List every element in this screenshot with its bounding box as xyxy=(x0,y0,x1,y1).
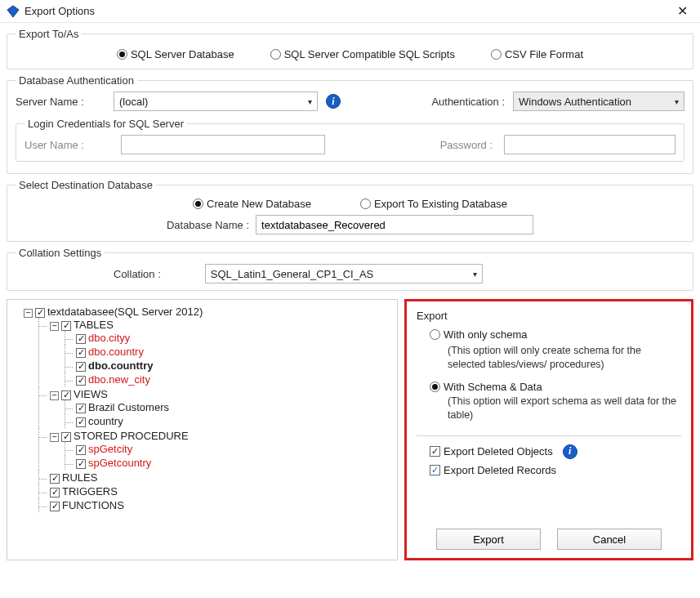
checkbox-export-deleted-records[interactable]: Export Deleted Records xyxy=(430,464,556,476)
radio-dot-icon xyxy=(430,329,440,340)
tree-node-tables[interactable]: −TABLES dbo.cityy dbo.country dbo.countt… xyxy=(38,318,392,387)
tree-checkbox[interactable] xyxy=(61,321,71,331)
tree-checkbox[interactable] xyxy=(50,488,60,498)
tree-label: Brazil Customers xyxy=(88,401,169,413)
tree-label: TABLES xyxy=(74,319,114,331)
tree-node-views[interactable]: −VIEWS Brazil Customers country xyxy=(38,387,392,429)
login-legend: Login Credentials for SQL Server xyxy=(25,118,187,130)
db-name-input[interactable] xyxy=(256,215,533,234)
info-icon[interactable]: i xyxy=(326,94,341,109)
hint-schema-only: (This option will only create schema for… xyxy=(448,344,681,372)
cancel-button[interactable]: Cancel xyxy=(557,529,662,550)
tree-label: FUNCTIONS xyxy=(62,499,124,511)
export-button[interactable]: Export xyxy=(436,529,541,550)
radio-dot-icon xyxy=(491,49,502,60)
tree-root[interactable]: −textdatabasee(SQL Server 2012) −TABLES … xyxy=(12,305,392,513)
radio-label: Export To Existing Database xyxy=(374,198,507,210)
chevron-down-icon: ▾ xyxy=(473,270,477,279)
tree-node-rules[interactable]: RULES xyxy=(38,471,392,484)
radio-export-existing-db[interactable]: Export To Existing Database xyxy=(360,198,507,210)
destination-db-group: Select Destination Database Create New D… xyxy=(7,179,693,242)
login-credentials-group: Login Credentials for SQL Server User Na… xyxy=(16,118,684,162)
export-to-legend: Export To/As xyxy=(16,28,82,40)
server-name-select[interactable]: (local) ▾ xyxy=(114,91,318,111)
checkbox-box-icon xyxy=(430,446,440,457)
tree-item[interactable]: spGetcity xyxy=(65,442,392,456)
tree-item[interactable]: spGetcountry xyxy=(65,456,392,470)
radio-label: CSV File Format xyxy=(505,48,583,60)
radio-dot-icon xyxy=(360,199,371,209)
tree-label: STORED PROCEDURE xyxy=(74,430,189,442)
password-input[interactable] xyxy=(504,135,675,154)
collapse-icon[interactable]: − xyxy=(50,433,59,442)
close-button[interactable]: ✕ xyxy=(671,3,693,19)
radio-dot-icon xyxy=(117,49,127,60)
checkbox-label: Export Deleted Objects xyxy=(444,445,553,457)
radio-dot-icon xyxy=(430,382,440,392)
tree-checkbox[interactable] xyxy=(50,474,60,484)
collapse-icon[interactable]: − xyxy=(50,391,59,400)
export-options-panel: Export With only schema (This option wil… xyxy=(404,299,693,560)
titlebar: Export Options ✕ xyxy=(0,0,700,23)
tree-label: country xyxy=(88,415,123,427)
db-auth-legend: Database Authentication xyxy=(16,74,137,87)
collation-select[interactable]: SQL_Latin1_General_CP1_CI_AS ▾ xyxy=(205,264,483,283)
collation-legend: Collation Settings xyxy=(16,247,105,259)
radio-label: With Schema & Data xyxy=(444,381,542,393)
tree-item[interactable]: dbo.cityy xyxy=(65,331,392,345)
collapse-icon[interactable]: − xyxy=(50,322,59,331)
tree-checkbox[interactable] xyxy=(76,376,86,386)
tree-item[interactable]: country xyxy=(65,414,392,428)
auth-mode-select[interactable]: Windows Authentication ▾ xyxy=(513,91,684,111)
radio-csv[interactable]: CSV File Format xyxy=(491,48,583,60)
db-name-label: Database Name : xyxy=(167,219,249,231)
db-auth-group: Database Authentication Server Name : (l… xyxy=(7,74,693,174)
svg-marker-0 xyxy=(7,6,19,17)
checkbox-box-icon xyxy=(430,465,440,475)
tree-checkbox[interactable] xyxy=(76,334,86,344)
tree-node-stored-procedure[interactable]: −STORED PROCEDURE spGetcity spGetcountry xyxy=(38,429,392,471)
collation-group: Collation Settings Collation : SQL_Latin… xyxy=(7,247,693,291)
radio-create-new-db[interactable]: Create New Database xyxy=(193,198,311,210)
radio-sql-scripts[interactable]: SQL Server Compatible SQL Scripts xyxy=(270,48,455,60)
tree-label: VIEWS xyxy=(74,388,108,400)
tree-checkbox[interactable] xyxy=(76,348,86,358)
tree-checkbox[interactable] xyxy=(76,459,86,469)
password-label: Password : xyxy=(440,139,493,151)
tree-item[interactable]: dbo.new_city xyxy=(65,373,392,386)
tree-checkbox[interactable] xyxy=(76,445,86,455)
server-name-label: Server Name : xyxy=(16,96,105,108)
tree-label: spGetcountry xyxy=(88,457,151,469)
tree-label: dbo.counttry xyxy=(88,359,153,372)
tree-label: RULES xyxy=(62,471,97,484)
tree-root-label: textdatabasee(SQL Server 2012) xyxy=(47,306,203,318)
radio-sql-server-db[interactable]: SQL Server Database xyxy=(117,48,234,60)
tree-checkbox[interactable] xyxy=(50,502,60,511)
checkbox-export-deleted-objects[interactable]: Export Deleted Objects xyxy=(430,445,553,457)
tree-checkbox[interactable] xyxy=(35,308,45,318)
tree-item[interactable]: Brazil Customers xyxy=(65,400,392,414)
username-label: User Name : xyxy=(25,139,114,151)
info-icon[interactable]: i xyxy=(563,444,577,459)
tree-checkbox[interactable] xyxy=(61,432,71,442)
radio-schema-only[interactable]: With only schema xyxy=(430,328,528,341)
radio-label: With only schema xyxy=(444,328,528,341)
collation-label: Collation : xyxy=(114,268,161,280)
collapse-icon[interactable]: − xyxy=(24,309,33,318)
tree-checkbox[interactable] xyxy=(76,417,86,427)
chevron-down-icon: ▾ xyxy=(308,97,312,106)
tree-item[interactable]: dbo.country xyxy=(65,345,392,359)
tree-node-functions[interactable]: FUNCTIONS xyxy=(38,498,392,512)
tree-checkbox[interactable] xyxy=(76,404,86,413)
radio-schema-and-data[interactable]: With Schema & Data xyxy=(430,381,542,393)
tree-label: dbo.cityy xyxy=(88,332,130,344)
tree-checkbox[interactable] xyxy=(76,362,86,372)
tree-node-triggers[interactable]: TRIGGERS xyxy=(38,484,392,498)
tree-checkbox[interactable] xyxy=(61,390,71,400)
auth-mode-value: Windows Authentication xyxy=(519,96,631,108)
tree-label: TRIGGERS xyxy=(62,485,118,498)
chevron-down-icon: ▾ xyxy=(675,97,679,106)
username-input[interactable] xyxy=(121,135,325,154)
tree-item[interactable]: dbo.counttry xyxy=(65,359,392,373)
tree-label: dbo.new_city xyxy=(88,373,150,386)
